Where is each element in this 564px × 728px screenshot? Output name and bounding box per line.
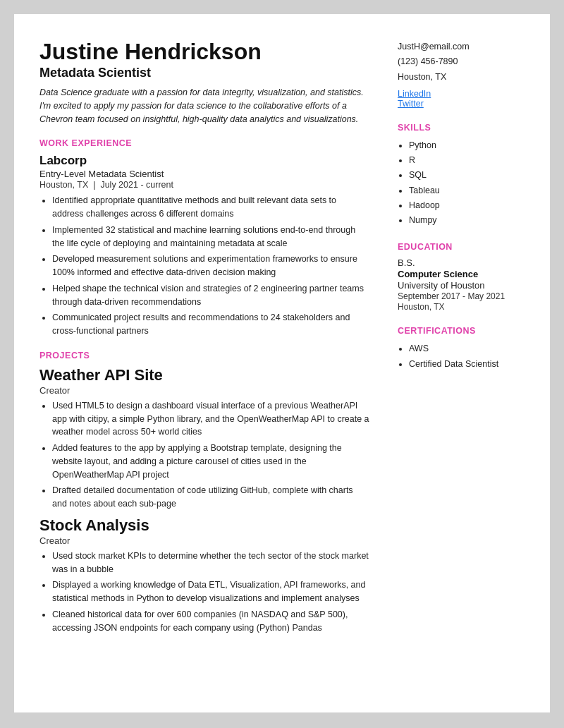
phone: (123) 456-7890: [398, 56, 458, 66]
edu-dates: September 2017 - May 2021: [398, 291, 525, 301]
project-1-bullet-3: Drafted detailed documentation of code u…: [52, 484, 369, 511]
project-2-bullet-2: Displayed a working knowledge of Data ET…: [52, 578, 369, 605]
skills-list: Python R SQL Tableau Hadoop Numpy: [398, 138, 525, 229]
work-bullet-4: Helped shape the technical vision and st…: [52, 282, 369, 309]
projects-heading: PROJECTS: [39, 351, 369, 360]
cert-1: AWS: [409, 341, 525, 356]
job-title-header: Metadata Scientist: [39, 66, 369, 80]
degree-field: Computer Science: [398, 269, 525, 279]
project-1-bullet-1: Used HTML5 to design a dashboard visual …: [52, 399, 369, 439]
project-1-name: Weather API Site: [39, 366, 369, 384]
school: University of Houston: [398, 280, 525, 291]
email: JustH@email.com: [398, 42, 470, 51]
project-2-name: Stock Analysis: [39, 516, 369, 535]
work-bullets: Identified appropriate quantitative meth…: [39, 194, 369, 338]
linkedin-link[interactable]: LinkedIn: [398, 89, 525, 99]
work-job-title: Entry-Level Metadata Scientist: [39, 169, 369, 179]
skill-1: Python: [409, 138, 525, 153]
project-2-bullets: Used stock market KPIs to determine whet…: [39, 550, 369, 635]
right-column: JustH@email.com (123) 456-7890 Houston, …: [391, 40, 525, 687]
work-dates: July 2021 - current: [100, 180, 173, 190]
project-1-bullet-2: Added features to the app by applying a …: [52, 442, 369, 481]
project-2-bullet-1: Used stock market KPIs to determine whet…: [52, 550, 369, 576]
project-2: Stock Analysis Creator Used stock market…: [39, 516, 369, 635]
certifications-heading: CERTIFICATIONS: [398, 326, 525, 336]
skills-heading: SKILLS: [398, 123, 525, 133]
project-2-role: Creator: [39, 535, 369, 546]
degree: B.S.: [398, 257, 525, 268]
contact-info: JustH@email.com (123) 456-7890 Houston, …: [398, 40, 525, 85]
work-separator: |: [91, 180, 101, 190]
project-1-bullets: Used HTML5 to design a dashboard visual …: [39, 399, 369, 511]
work-experience-heading: WORK EXPERIENCE: [39, 138, 369, 148]
education-heading: EDUCATION: [398, 242, 525, 252]
certifications-list: AWS Certified Data Scientist: [398, 341, 525, 372]
work-bullet-2: Implemented 32 statistical and machine l…: [52, 224, 369, 250]
resume-page: Justine Hendrickson Metadata Scientist D…: [14, 14, 550, 712]
skill-3: SQL: [409, 168, 525, 183]
skill-4: Tableau: [409, 183, 525, 198]
work-bullet-1: Identified appropriate quantitative meth…: [52, 194, 369, 221]
summary: Data Science graduate with a passion for…: [39, 86, 369, 126]
name: Justine Hendrickson: [39, 40, 369, 64]
work-experience-entry: Labcorp Entry-Level Metadata Scientist H…: [39, 154, 369, 338]
project-2-bullet-3: Cleaned historical data for over 600 com…: [52, 608, 369, 635]
location: Houston, TX: [398, 72, 446, 82]
skill-5: Hadoop: [409, 198, 525, 213]
project-1: Weather API Site Creator Used HTML5 to d…: [39, 366, 369, 511]
left-column: Justine Hendrickson Metadata Scientist D…: [39, 40, 391, 687]
company-name: Labcorp: [39, 154, 369, 168]
work-location: Houston, TX: [39, 180, 88, 190]
skill-2: R: [409, 153, 525, 168]
twitter-link[interactable]: Twitter: [398, 99, 525, 109]
cert-2: Certified Data Scientist: [409, 357, 525, 372]
work-bullet-5: Communicated project results and recomme…: [52, 311, 369, 338]
work-meta: Houston, TX | July 2021 - current: [39, 180, 369, 190]
project-1-role: Creator: [39, 385, 369, 396]
work-bullet-3: Developed measurement solutions and expe…: [52, 253, 369, 279]
edu-location: Houston, TX: [398, 302, 525, 312]
skill-6: Numpy: [409, 213, 525, 228]
